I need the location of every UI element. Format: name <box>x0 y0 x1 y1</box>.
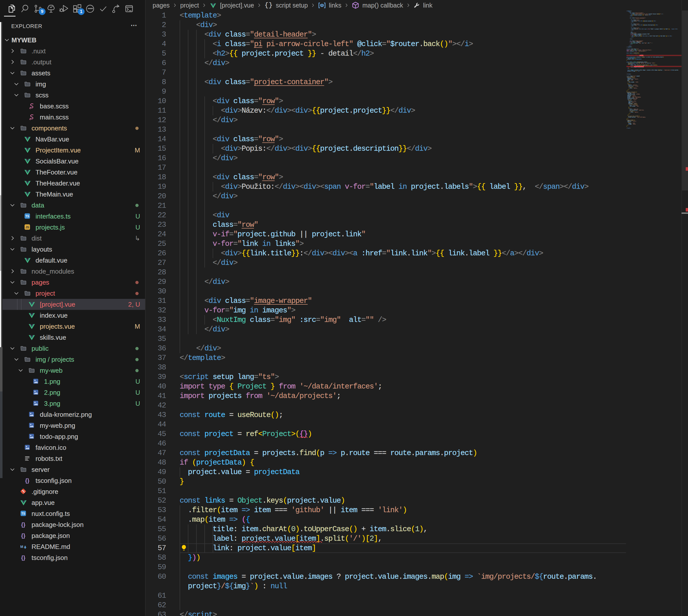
svg-text:TS: TS <box>21 512 25 515</box>
svg-text:{}: {} <box>25 477 29 484</box>
svg-text:{}: {} <box>21 554 25 561</box>
svg-text:M: M <box>20 545 23 549</box>
svg-text:TS: TS <box>25 215 29 218</box>
svg-text:{}: {} <box>21 521 25 528</box>
svg-text:{}: {} <box>21 532 25 538</box>
svg-text:JS: JS <box>25 225 29 229</box>
